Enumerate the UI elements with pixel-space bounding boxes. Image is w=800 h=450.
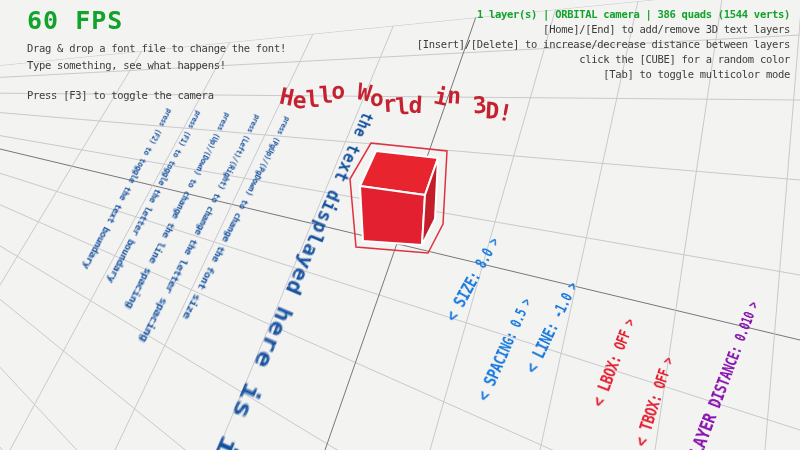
render-status: 1 layer(s) | ORBITAL camera | 386 quads … — [417, 6, 790, 22]
hud-top-left: 60 FPS Drag & drop a font file to change… — [27, 8, 286, 104]
tip-add-remove-layers: [Home]/[End] to add/remove 3D text layer… — [417, 22, 790, 37]
tip-drag-drop-font: Drag & drop a font file to change the fo… — [27, 40, 286, 57]
cube-front-face[interactable] — [360, 186, 425, 245]
hud-top-right: 1 layer(s) | ORBITAL camera | 386 quads … — [417, 6, 790, 82]
tip-toggle-camera: Press [F3] to toggle the camera — [27, 87, 286, 104]
app-window: the text displayed here is in 3D press (… — [0, 0, 800, 450]
tip-layer-distance: [Insert]/[Delete] to increase/decrease d… — [417, 37, 790, 52]
tip-multicolor-mode: [Tab] to toggle multicolor mode — [417, 67, 790, 82]
tip-cube-random-color: click the [CUBE] for a random color — [417, 52, 790, 67]
fps-counter: 60 FPS — [27, 8, 286, 34]
tip-type-something: Type something, see what happens! — [27, 57, 286, 74]
